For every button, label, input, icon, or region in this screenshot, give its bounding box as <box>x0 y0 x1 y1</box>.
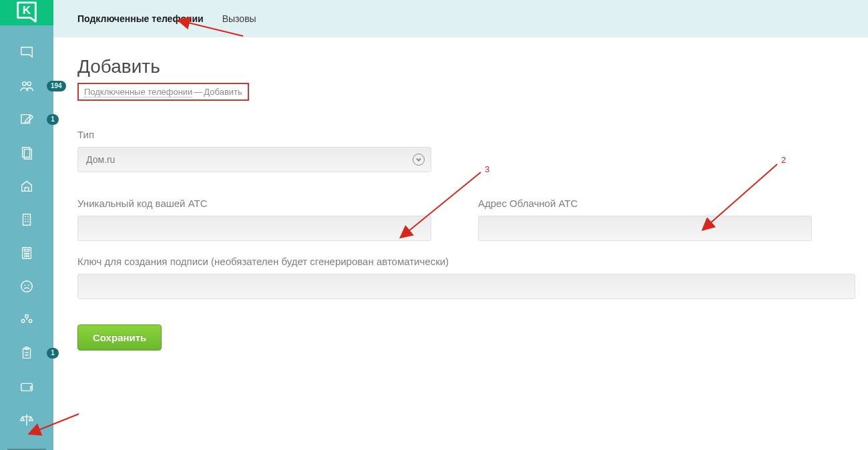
label-type: Тип <box>77 129 844 140</box>
svg-point-16 <box>28 284 29 286</box>
sidebar-item-docs[interactable] <box>7 144 47 162</box>
svg-point-12 <box>26 256 27 256</box>
svg-rect-7 <box>24 250 29 252</box>
input-ats-code[interactable] <box>77 216 431 241</box>
svg-point-11 <box>25 256 25 256</box>
svg-point-13 <box>28 256 29 256</box>
save-button[interactable]: Сохранить <box>77 324 162 351</box>
svg-point-17 <box>25 314 29 318</box>
sidebar: K 194 1 <box>0 0 53 450</box>
chevron-down-icon <box>413 154 425 166</box>
main: Подключенные телефонии Вызовы Добавить П… <box>53 0 868 450</box>
svg-point-10 <box>28 253 29 254</box>
logo-icon: K <box>14 0 39 25</box>
logo[interactable]: K <box>0 0 53 25</box>
svg-rect-5 <box>23 214 31 226</box>
topbar: Подключенные телефонии Вызовы <box>53 0 868 37</box>
sidebar-item-clipboard[interactable]: 1 <box>7 345 47 362</box>
sidebar-item-wallet[interactable] <box>7 378 47 395</box>
tab-calls[interactable]: Вызовы <box>222 13 256 24</box>
label-ats-code: Уникальный код вашей АТС <box>77 198 431 209</box>
sidebar-item-flag[interactable] <box>7 44 47 61</box>
svg-point-2 <box>27 82 31 85</box>
sidebar-item-users[interactable]: 194 <box>7 77 47 95</box>
sidebar-item-scales[interactable] <box>7 411 47 429</box>
sidebar-item-estate[interactable] <box>7 178 47 195</box>
sidebar-item-team[interactable] <box>7 311 47 328</box>
svg-point-14 <box>21 281 33 292</box>
label-cloud-addr: Адрес Облачной АТС <box>478 198 812 209</box>
select-type[interactable]: Дом.ru <box>77 147 431 172</box>
breadcrumb-sep: — <box>194 87 202 97</box>
tab-connected-telephony[interactable]: Подключенные телефонии <box>77 13 204 24</box>
input-cloud-addr[interactable] <box>478 216 812 241</box>
input-signature-key[interactable] <box>77 274 855 299</box>
breadcrumb-current: Добавить <box>204 87 242 97</box>
svg-text:K: K <box>23 4 31 17</box>
breadcrumb-link[interactable]: Подключенные телефонии <box>84 87 192 97</box>
sidebar-item-face[interactable] <box>7 278 47 295</box>
page-title: Добавить <box>77 56 844 77</box>
label-signature-key: Ключ для создания подписи (необязателен … <box>77 256 844 267</box>
svg-point-15 <box>24 284 25 286</box>
svg-point-9 <box>26 253 27 254</box>
sidebar-item-calculator[interactable] <box>7 244 47 262</box>
sidebar-item-building[interactable] <box>7 211 47 228</box>
select-type-value: Дом.ru <box>86 154 115 165</box>
svg-point-8 <box>25 253 25 254</box>
svg-point-1 <box>23 82 27 85</box>
sidebar-item-edit[interactable]: 1 <box>7 111 47 128</box>
breadcrumb: Подключенные телефонии—Добавить <box>77 83 249 101</box>
